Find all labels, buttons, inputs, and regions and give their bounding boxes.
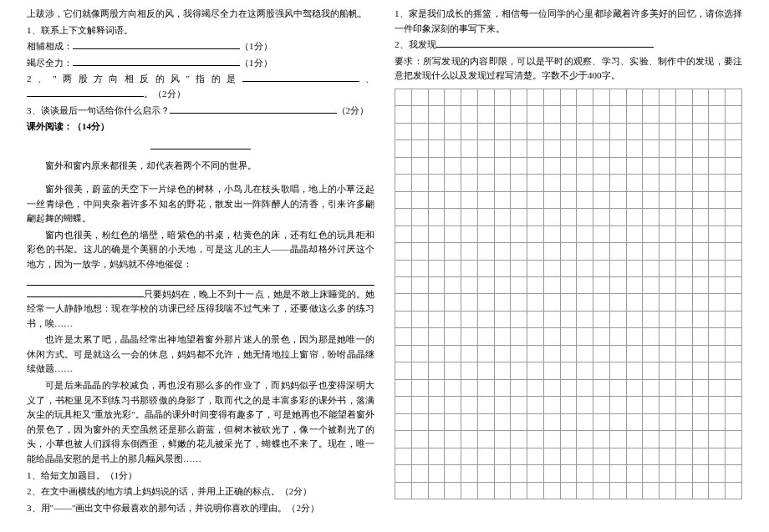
grid-cell[interactable] (511, 328, 527, 345)
grid-cell[interactable] (726, 362, 742, 379)
grid-cell[interactable] (461, 346, 478, 362)
grid-cell[interactable] (676, 294, 693, 311)
grid-cell[interactable] (544, 448, 561, 465)
grid-cell[interactable] (693, 89, 710, 106)
grid-cell[interactable] (610, 124, 627, 140)
grid-cell[interactable] (495, 261, 512, 277)
grid-cell[interactable] (429, 175, 446, 191)
grid-cell[interactable] (676, 431, 693, 448)
grid-cell[interactable] (660, 226, 676, 243)
grid-cell[interactable] (445, 346, 461, 362)
grid-cell[interactable] (577, 346, 593, 362)
grid-cell[interactable] (676, 414, 693, 431)
grid-cell[interactable] (726, 312, 742, 328)
grid-cell[interactable] (495, 226, 512, 243)
grid-cell[interactable] (643, 175, 660, 191)
grid-cell[interactable] (561, 106, 578, 123)
grid-cell[interactable] (627, 226, 644, 243)
grid-cell[interactable] (577, 465, 593, 482)
grid-cell[interactable] (395, 448, 412, 465)
grid-cell[interactable] (676, 328, 693, 345)
grid-cell[interactable] (429, 226, 446, 243)
grid-cell[interactable] (412, 397, 429, 413)
grid-cell[interactable] (627, 380, 644, 397)
grid-cell[interactable] (412, 483, 429, 499)
grid-cell[interactable] (544, 312, 561, 328)
grid-cell[interactable] (577, 226, 593, 243)
grid-cell[interactable] (709, 483, 726, 499)
grid-cell[interactable] (445, 158, 461, 175)
grid-cell[interactable] (544, 124, 561, 140)
grid-cell[interactable] (577, 140, 593, 157)
grid-cell[interactable] (693, 209, 710, 225)
grid-cell[interactable] (544, 380, 561, 397)
grid-cell[interactable] (461, 89, 478, 106)
grid-cell[interactable] (561, 158, 578, 175)
grid-cell[interactable] (412, 294, 429, 311)
grid-cell[interactable] (676, 158, 693, 175)
grid-cell[interactable] (445, 89, 461, 106)
grid-cell[interactable] (395, 431, 412, 448)
grid-cell[interactable] (412, 414, 429, 431)
grid-cell[interactable] (445, 209, 461, 225)
grid-cell[interactable] (527, 140, 544, 157)
grid-cell[interactable] (610, 140, 627, 157)
grid-cell[interactable] (643, 158, 660, 175)
grid-cell[interactable] (593, 346, 610, 362)
grid-cell[interactable] (593, 192, 610, 209)
grid-cell[interactable] (726, 158, 742, 175)
grid-cell[interactable] (660, 261, 676, 277)
blank-input[interactable] (73, 56, 240, 66)
grid-cell[interactable] (627, 294, 644, 311)
grid-cell[interactable] (627, 192, 644, 209)
grid-cell[interactable] (627, 106, 644, 123)
grid-cell[interactable] (544, 175, 561, 191)
grid-cell[interactable] (726, 261, 742, 277)
grid-cell[interactable] (726, 397, 742, 413)
grid-cell[interactable] (395, 312, 412, 328)
grid-cell[interactable] (726, 175, 742, 191)
grid-cell[interactable] (478, 448, 495, 465)
grid-cell[interactable] (511, 243, 527, 260)
grid-cell[interactable] (709, 414, 726, 431)
grid-cell[interactable] (726, 414, 742, 431)
grid-cell[interactable] (511, 362, 527, 379)
grid-cell[interactable] (412, 140, 429, 157)
grid-cell[interactable] (511, 465, 527, 482)
grid-cell[interactable] (478, 209, 495, 225)
grid-cell[interactable] (429, 243, 446, 260)
grid-cell[interactable] (495, 483, 512, 499)
grid-cell[interactable] (593, 243, 610, 260)
grid-cell[interactable] (643, 192, 660, 209)
grid-cell[interactable] (544, 294, 561, 311)
grid-cell[interactable] (676, 106, 693, 123)
grid-cell[interactable] (495, 106, 512, 123)
grid-cell[interactable] (593, 106, 610, 123)
grid-cell[interactable] (577, 158, 593, 175)
grid-cell[interactable] (561, 448, 578, 465)
grid-cell[interactable] (610, 431, 627, 448)
grid-cell[interactable] (660, 380, 676, 397)
grid-cell[interactable] (709, 158, 726, 175)
grid-cell[interactable] (527, 175, 544, 191)
grid-cell[interactable] (577, 89, 593, 106)
grid-cell[interactable] (709, 312, 726, 328)
grid-cell[interactable] (627, 414, 644, 431)
grid-cell[interactable] (544, 158, 561, 175)
grid-cell[interactable] (527, 431, 544, 448)
grid-cell[interactable] (511, 175, 527, 191)
grid-cell[interactable] (412, 209, 429, 225)
grid-cell[interactable] (544, 465, 561, 482)
grid-cell[interactable] (660, 312, 676, 328)
grid-cell[interactable] (726, 448, 742, 465)
grid-cell[interactable] (643, 346, 660, 362)
grid-cell[interactable] (660, 414, 676, 431)
grid-cell[interactable] (577, 328, 593, 345)
grid-cell[interactable] (610, 397, 627, 413)
grid-cell[interactable] (660, 89, 676, 106)
grid-cell[interactable] (627, 124, 644, 140)
grid-cell[interactable] (660, 124, 676, 140)
grid-cell[interactable] (511, 277, 527, 294)
grid-cell[interactable] (495, 380, 512, 397)
grid-cell[interactable] (627, 89, 644, 106)
